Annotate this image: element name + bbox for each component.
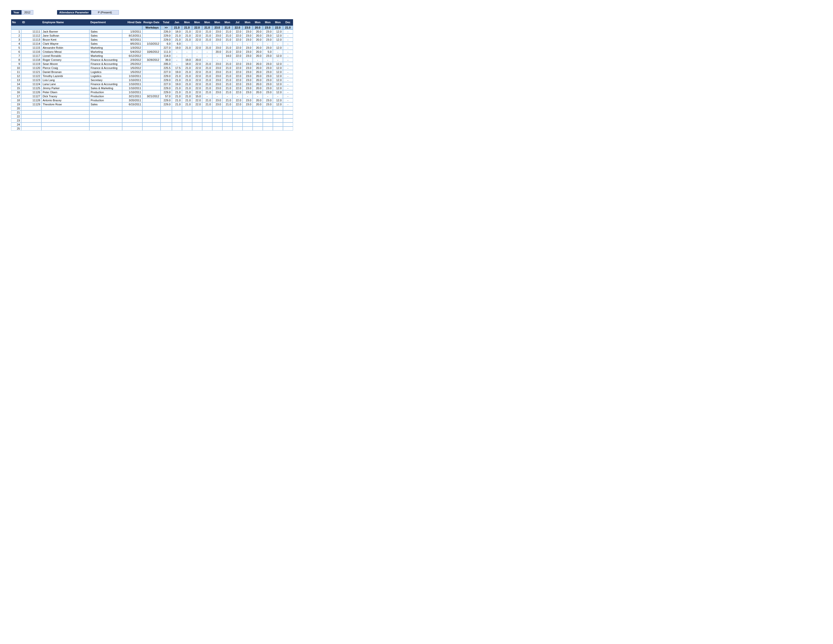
cell-empty[interactable]	[222, 106, 233, 110]
cell-name[interactable]: Jimmy Parker	[42, 86, 89, 90]
cell-dept[interactable]: Sales	[89, 29, 122, 34]
cell-month[interactable]: -	[283, 42, 293, 46]
cell-month[interactable]: 23.0	[212, 38, 222, 42]
cell-empty[interactable]	[172, 110, 182, 114]
cell-month[interactable]: 21.0	[222, 78, 233, 82]
cell-month[interactable]: 23.0	[212, 29, 222, 34]
cell-month[interactable]: 23.0	[263, 78, 273, 82]
cell-total[interactable]: 114.0	[161, 54, 172, 58]
col-month[interactable]: Mon	[263, 19, 273, 26]
cell-month[interactable]: 12.0	[273, 102, 283, 106]
cell-month[interactable]: 22.0	[233, 54, 243, 58]
cell-month[interactable]: 23.0	[243, 29, 252, 34]
cell-empty[interactable]	[21, 106, 42, 110]
cell-month[interactable]: -	[283, 102, 293, 106]
cell-no[interactable]: 3	[11, 38, 21, 42]
cell-name[interactable]: Sean Moore	[42, 62, 89, 66]
cell-name[interactable]: Cristiano Messi	[42, 50, 89, 54]
cell-month[interactable]: 20.0	[252, 34, 263, 38]
cell-empty[interactable]	[182, 106, 192, 110]
cell-id[interactable]: 11113	[21, 38, 42, 42]
cell-empty[interactable]	[202, 118, 212, 122]
cell-month[interactable]: 23.0	[212, 78, 222, 82]
table-row[interactable]: 711117Lionel RonaldoMarketing6/12/201211…	[11, 54, 293, 58]
table-row[interactable]: 1011120Pierce CraigFinance & Accounting1…	[11, 66, 293, 70]
cell-id[interactable]: 11128	[21, 98, 42, 102]
cell-month[interactable]: 21.0	[172, 78, 182, 82]
cell-id[interactable]: 11111	[21, 29, 42, 34]
cell-month[interactable]: -	[172, 50, 182, 54]
cell-empty[interactable]	[142, 122, 161, 127]
cell-month[interactable]: 23.0	[243, 86, 252, 90]
cell-month[interactable]: 12.0	[273, 98, 283, 102]
cell-month[interactable]: 21.0	[222, 90, 233, 94]
cell-hired[interactable]: 1/3/2011	[122, 29, 142, 34]
table-row[interactable]: 25	[11, 127, 293, 130]
cell-empty[interactable]	[273, 122, 283, 127]
cell-month[interactable]: 20.0	[252, 82, 263, 86]
cell-month[interactable]: 21.0	[202, 98, 212, 102]
cell-empty[interactable]	[172, 118, 182, 122]
cell-month[interactable]: 12.0	[273, 90, 283, 94]
cell-month[interactable]: 21.0	[222, 62, 233, 66]
cell-empty[interactable]	[263, 110, 273, 114]
cell-empty[interactable]	[21, 118, 42, 122]
cell-month[interactable]: 12.0	[273, 74, 283, 78]
cell-empty[interactable]	[222, 110, 233, 114]
col-total[interactable]: Total	[161, 19, 172, 26]
col-month[interactable]: Mon	[252, 19, 263, 26]
cell-month[interactable]: -	[283, 38, 293, 42]
cell-month[interactable]: 20.0	[252, 62, 263, 66]
cell-total[interactable]: 39.0	[161, 58, 172, 62]
cell-month[interactable]: -	[233, 42, 243, 46]
cell-month[interactable]: -	[283, 70, 293, 74]
cell-month[interactable]: -	[172, 54, 182, 58]
cell-month[interactable]: -	[222, 42, 233, 46]
cell-empty[interactable]	[42, 122, 89, 127]
cell-month[interactable]: 21.0	[202, 46, 212, 50]
cell-month[interactable]: -	[172, 62, 182, 66]
cell-month[interactable]: -	[202, 58, 212, 62]
cell-empty[interactable]	[222, 122, 233, 127]
cell-resign[interactable]	[142, 66, 161, 70]
table-row[interactable]: 1211122Timothy LazenbiLogistics1/10/2011…	[11, 74, 293, 78]
cell-empty[interactable]	[233, 127, 243, 130]
cell-month[interactable]: -	[243, 58, 252, 62]
cell-no[interactable]: 4	[11, 42, 21, 46]
cell-month[interactable]: 12.0	[273, 78, 283, 82]
cell-hired[interactable]: 8/5/2011	[122, 42, 142, 46]
cell-month[interactable]: 21.0	[222, 74, 233, 78]
cell-month[interactable]: -	[182, 50, 192, 54]
cell-month[interactable]: 18.0	[172, 29, 182, 34]
cell-month[interactable]: -	[182, 54, 192, 58]
cell-month[interactable]: 21.0	[202, 34, 212, 38]
cell-month[interactable]: -	[283, 90, 293, 94]
cell-month[interactable]: 21.0	[202, 74, 212, 78]
cell-total[interactable]: 227.0	[161, 46, 172, 50]
cell-empty[interactable]	[192, 118, 202, 122]
cell-empty[interactable]	[161, 106, 172, 110]
cell-resign[interactable]	[142, 46, 161, 50]
cell-dept[interactable]: Finance & Accounting	[89, 82, 122, 86]
cell-month[interactable]: 15.0	[192, 94, 202, 98]
cell-month[interactable]: -	[273, 42, 283, 46]
cell-dept[interactable]: Sales	[89, 38, 122, 42]
cell-empty[interactable]	[142, 114, 161, 118]
cell-month[interactable]: 23.0	[263, 62, 273, 66]
cell-empty[interactable]	[89, 118, 122, 122]
cell-month[interactable]: 21.0	[172, 102, 182, 106]
cell-name[interactable]: Clark Wayne	[42, 42, 89, 46]
cell-month[interactable]: 23.0	[263, 82, 273, 86]
cell-month[interactable]: -	[273, 58, 283, 62]
cell-month[interactable]: 21.0	[222, 50, 233, 54]
cell-hired[interactable]: 1/10/2011	[122, 90, 142, 94]
cell-no[interactable]: 19	[11, 102, 21, 106]
col-month[interactable]: Mon	[243, 19, 252, 26]
cell-month[interactable]: 22.0	[192, 74, 202, 78]
cell-empty[interactable]	[142, 106, 161, 110]
cell-month[interactable]: 23.0	[212, 102, 222, 106]
col-hired[interactable]: Hired Date	[122, 19, 142, 26]
cell-month[interactable]: 23.0	[212, 90, 222, 94]
cell-month[interactable]: 20.0	[212, 50, 222, 54]
cell-empty[interactable]	[42, 114, 89, 118]
